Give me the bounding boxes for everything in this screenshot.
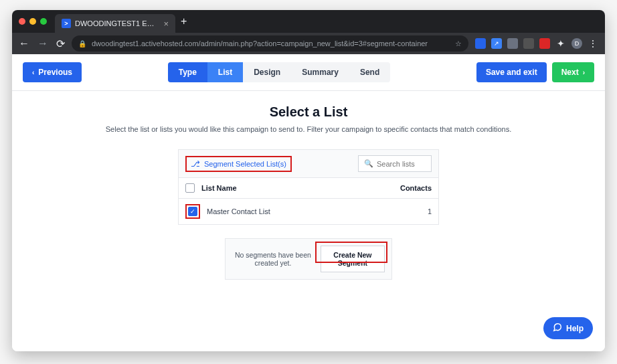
extension-icon[interactable]: ↗	[491, 38, 502, 49]
extension-icons: ↗ ✦ D ⋮	[475, 38, 598, 49]
step-list[interactable]: List	[207, 62, 243, 82]
close-tab-icon[interactable]: ×	[163, 19, 169, 29]
chevron-right-icon: ›	[583, 69, 585, 76]
nav-arrows: ← → ⟳	[19, 37, 65, 50]
row-checkbox-highlight: ✓	[185, 204, 200, 219]
right-buttons: Save and exit Next ›	[476, 62, 594, 82]
extension-icon[interactable]	[523, 38, 534, 49]
extension-icon[interactable]	[475, 38, 486, 49]
no-segments-text: No segments have been created yet.	[232, 251, 314, 267]
chat-icon	[553, 323, 562, 334]
tab-favicon-icon: >	[62, 19, 71, 28]
page-content: ‹ Previous Type List Design Summary Send…	[12, 54, 605, 351]
segment-link-label: Segment Selected List(s)	[204, 160, 286, 168]
maximize-window-button[interactable]	[40, 18, 47, 25]
new-tab-button[interactable]: +	[181, 15, 187, 27]
previous-label: Previous	[38, 68, 72, 77]
row-checkbox[interactable]: ✓	[188, 207, 197, 216]
help-button[interactable]: Help	[543, 317, 593, 339]
bookmark-star-icon[interactable]: ☆	[455, 39, 462, 48]
stepper: Type List Design Summary Send	[168, 62, 391, 82]
browser-tab[interactable]: > DWOODINGTEST1 Email Mark ×	[55, 14, 175, 33]
table-row[interactable]: ✓ Master Contact List 1	[178, 199, 439, 225]
page-title: Select a List	[39, 104, 578, 120]
profile-avatar[interactable]: D	[571, 38, 582, 49]
panel-header: ⎇ Segment Selected List(s) 🔍	[178, 149, 439, 178]
main-area: Select a List Select the list or lists y…	[12, 91, 605, 293]
segments-box: No segments have been created yet. Creat…	[225, 238, 392, 280]
extensions-menu-icon[interactable]: ✦	[555, 38, 566, 49]
close-window-button[interactable]	[19, 18, 25, 25]
row-list-name: Master Contact List	[207, 207, 378, 215]
next-label: Next	[561, 68, 579, 77]
step-design[interactable]: Design	[243, 62, 291, 82]
window-controls	[19, 18, 47, 25]
url-field[interactable]: 🔒 dwoodingtest1.activehosted.com/admin/m…	[72, 35, 468, 52]
row-contacts: 1	[385, 207, 432, 215]
segment-selected-lists-link[interactable]: ⎇ Segment Selected List(s)	[185, 156, 292, 172]
page-subtitle: Select the list or lists you would like …	[39, 125, 578, 133]
previous-button[interactable]: ‹ Previous	[23, 62, 82, 82]
browser-menu-icon[interactable]: ⋮	[588, 38, 598, 49]
address-bar: ← → ⟳ 🔒 dwoodingtest1.activehosted.com/a…	[12, 33, 605, 54]
step-summary[interactable]: Summary	[291, 62, 349, 82]
table-header: List Name Contacts	[178, 178, 439, 199]
column-header-name: List Name	[201, 184, 378, 192]
column-header-contacts: Contacts	[385, 184, 432, 192]
search-input[interactable]	[377, 160, 426, 168]
help-label: Help	[566, 324, 584, 333]
tab-title: DWOODINGTEST1 Email Mark	[75, 19, 159, 27]
reload-button[interactable]: ⟳	[56, 37, 65, 50]
save-and-exit-button[interactable]: Save and exit	[476, 62, 547, 82]
step-type[interactable]: Type	[168, 62, 207, 82]
step-send[interactable]: Send	[349, 62, 390, 82]
list-panel: ⎇ Segment Selected List(s) 🔍 List Name C…	[178, 149, 439, 225]
create-new-segment-button[interactable]: Create New Segment	[321, 246, 385, 272]
tab-bar: > DWOODINGTEST1 Email Mark × +	[12, 10, 605, 33]
select-all-checkbox[interactable]	[185, 183, 195, 193]
lock-icon: 🔒	[78, 40, 86, 48]
minimize-window-button[interactable]	[29, 18, 36, 25]
top-bar: ‹ Previous Type List Design Summary Send…	[12, 54, 605, 91]
search-lists-box[interactable]: 🔍	[358, 155, 432, 172]
browser-window: > DWOODINGTEST1 Email Mark × + ← → ⟳ 🔒 d…	[12, 10, 605, 351]
forward-button[interactable]: →	[37, 37, 48, 50]
extension-icon[interactable]	[539, 38, 550, 49]
url-text: dwoodingtest1.activehosted.com/admin/mai…	[92, 39, 450, 48]
extension-icon[interactable]	[507, 38, 518, 49]
search-icon: 🔍	[364, 159, 373, 168]
segment-icon: ⎇	[191, 159, 200, 169]
chevron-left-icon: ‹	[32, 69, 34, 76]
back-button[interactable]: ←	[19, 37, 29, 50]
next-button[interactable]: Next ›	[552, 62, 594, 82]
